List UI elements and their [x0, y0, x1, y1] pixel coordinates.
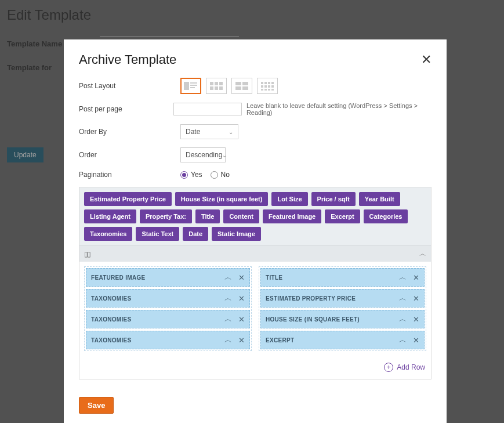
layout-option-list[interactable] — [180, 78, 201, 94]
collapse-field-icon[interactable]: ︿ — [224, 293, 232, 303]
layout-column-right: TITLE ︿ ✕ ESTIMATED PROPERTY PRICE ︿ ✕ H… — [259, 266, 426, 351]
svg-rect-19 — [264, 85, 267, 88]
remove-field-icon[interactable]: ✕ — [238, 336, 245, 345]
field-tag[interactable]: Excerpt — [325, 209, 360, 223]
collapse-row-icon[interactable]: ︿ — [419, 249, 426, 259]
field-tag[interactable]: Static Text — [136, 227, 179, 241]
add-row-label: Add Row — [397, 363, 425, 371]
modal-title: Archive Template — [79, 52, 176, 67]
placed-field-label: FEATURED IMAGE — [91, 274, 145, 281]
collapse-field-icon[interactable]: ︿ — [224, 272, 232, 283]
svg-rect-14 — [261, 82, 263, 84]
collapse-field-icon[interactable]: ︿ — [224, 335, 232, 345]
placed-field-label: TAXONOMIES — [91, 337, 131, 344]
layout-option-grid-2[interactable] — [231, 78, 252, 94]
svg-rect-17 — [271, 82, 274, 84]
svg-rect-21 — [271, 85, 274, 88]
field-tag[interactable]: Static Image — [212, 227, 261, 241]
placed-field-label: TAXONOMIES — [91, 295, 131, 302]
field-tag[interactable]: Taxonomies — [84, 227, 132, 241]
placed-field[interactable]: ESTIMATED PROPERTY PRICE ︿ ✕ — [260, 289, 425, 308]
svg-rect-12 — [235, 86, 241, 90]
post-per-page-input[interactable] — [173, 103, 242, 115]
placed-field[interactable]: TAXONOMIES ︿ ✕ — [86, 331, 250, 349]
svg-rect-3 — [190, 87, 195, 88]
remove-field-icon[interactable]: ✕ — [238, 315, 245, 324]
remove-field-icon[interactable]: ✕ — [238, 273, 245, 282]
order-by-select[interactable]: Date ⌄ — [180, 124, 238, 139]
field-tag[interactable]: Featured Image — [263, 209, 321, 223]
collapse-field-icon[interactable]: ︿ — [399, 314, 407, 324]
available-fields: Estimated Property Price House Size (in … — [79, 187, 431, 245]
field-tag[interactable]: Lot Size — [271, 192, 307, 206]
field-tag[interactable]: Listing Agent — [84, 209, 136, 223]
remove-field-icon[interactable]: ✕ — [413, 294, 419, 303]
placed-field-label: EXCERPT — [266, 337, 294, 344]
remove-field-icon[interactable]: ✕ — [413, 336, 419, 345]
order-by-value: Date — [186, 128, 200, 136]
post-per-page-label: Post per page — [79, 105, 173, 113]
collapse-field-icon[interactable]: ︿ — [399, 335, 407, 345]
placed-field-label: TITLE — [266, 274, 282, 281]
chevron-down-icon: ⌄ — [222, 152, 227, 158]
placed-field-label: ESTIMATED PROPERTY PRICE — [266, 295, 356, 302]
field-tag[interactable]: Date — [183, 227, 208, 241]
save-button[interactable]: Save — [79, 397, 114, 414]
order-value: Descending — [186, 151, 222, 159]
order-by-label: Order By — [79, 128, 180, 136]
svg-rect-25 — [271, 89, 274, 91]
svg-rect-13 — [242, 86, 248, 90]
collapse-field-icon[interactable]: ︿ — [399, 272, 407, 283]
svg-rect-23 — [264, 89, 267, 91]
columns-icon[interactable]: ▯▯ — [84, 250, 90, 258]
field-tag[interactable]: Content — [223, 209, 259, 223]
order-select[interactable]: Descending ⌄ — [180, 147, 226, 162]
svg-rect-6 — [219, 82, 223, 85]
chevron-down-icon: ⌄ — [229, 129, 233, 135]
placed-field[interactable]: TAXONOMIES ︿ ✕ — [86, 310, 250, 328]
field-tag[interactable]: Categories — [364, 209, 408, 223]
svg-rect-18 — [261, 85, 263, 88]
svg-rect-16 — [268, 82, 270, 84]
field-tag[interactable]: Title — [195, 209, 220, 223]
field-tag[interactable]: Property Tax: — [140, 209, 192, 223]
svg-rect-0 — [184, 82, 189, 90]
placed-field[interactable]: TITLE ︿ ✕ — [260, 268, 425, 287]
field-tag[interactable]: Year Built — [359, 192, 400, 206]
svg-rect-9 — [219, 86, 223, 90]
svg-rect-1 — [190, 82, 197, 84]
svg-rect-10 — [235, 82, 241, 85]
placed-field[interactable]: FEATURED IMAGE ︿ ✕ — [86, 268, 250, 287]
field-tag[interactable]: Price / sqft — [311, 192, 356, 206]
add-row-button[interactable]: + Add Row — [79, 357, 431, 379]
archive-template-modal: Archive Template ✕ Post Layout — [64, 39, 447, 423]
svg-rect-8 — [215, 86, 218, 90]
layout-option-grid-3[interactable] — [206, 78, 227, 94]
pagination-no-radio[interactable]: No — [211, 171, 230, 179]
remove-field-icon[interactable]: ✕ — [413, 315, 419, 324]
svg-rect-15 — [264, 82, 267, 84]
collapse-field-icon[interactable]: ︿ — [224, 314, 232, 324]
field-tag[interactable]: House Size (in square feet) — [175, 192, 269, 206]
svg-rect-5 — [215, 82, 218, 85]
svg-rect-24 — [268, 89, 270, 91]
collapse-field-icon[interactable]: ︿ — [399, 293, 407, 303]
placed-field[interactable]: HOUSE SIZE (IN SQUARE FEET) ︿ ✕ — [260, 310, 425, 328]
placed-field[interactable]: EXCERPT ︿ ✕ — [260, 331, 425, 349]
svg-rect-11 — [242, 82, 248, 85]
radio-no-label: No — [221, 171, 230, 179]
field-tag[interactable]: Estimated Property Price — [84, 192, 172, 206]
pagination-yes-radio[interactable]: Yes — [180, 171, 202, 179]
post-per-page-hint: Leave blank to leave default setting (Wo… — [246, 102, 432, 116]
post-layout-label: Post Layout — [79, 82, 180, 90]
remove-field-icon[interactable]: ✕ — [413, 273, 419, 282]
remove-field-icon[interactable]: ✕ — [238, 294, 245, 303]
placed-field[interactable]: TAXONOMIES ︿ ✕ — [86, 289, 250, 308]
close-icon[interactable]: ✕ — [421, 53, 432, 66]
layout-option-grid-small[interactable] — [257, 78, 278, 94]
svg-rect-22 — [261, 89, 263, 91]
svg-rect-20 — [268, 85, 270, 88]
pagination-label: Pagination — [79, 171, 180, 179]
order-label: Order — [79, 151, 180, 159]
placed-field-label: HOUSE SIZE (IN SQUARE FEET) — [266, 316, 360, 323]
